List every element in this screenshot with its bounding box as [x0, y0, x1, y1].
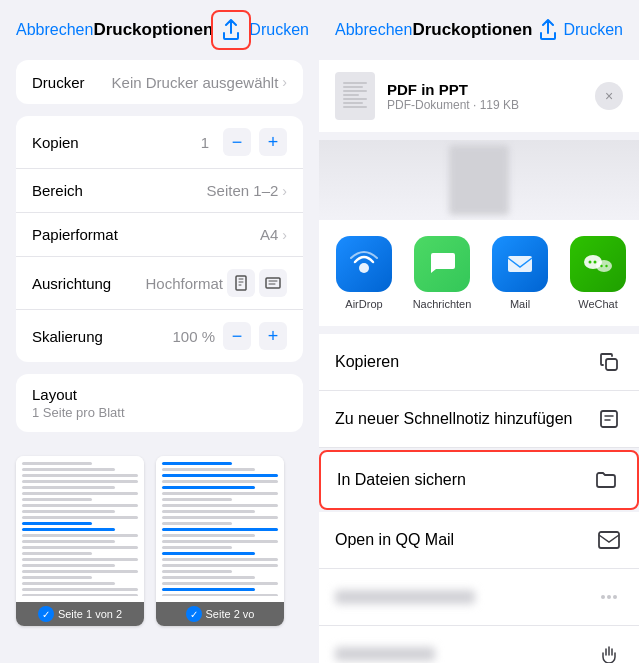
pline: [22, 582, 115, 585]
paper-row[interactable]: Papierformat A4 ›: [16, 213, 303, 257]
portrait-icon[interactable]: [227, 269, 255, 297]
copies-label: Kopien: [32, 134, 79, 151]
copies-decrement[interactable]: −: [223, 128, 251, 156]
pline: [22, 546, 138, 549]
file-info: PDF in PPT PDF-Dokument · 119 KB: [387, 81, 583, 112]
folder-icon: [593, 466, 621, 494]
printer-row[interactable]: Drucker Kein Drucker ausgewählt ›: [16, 60, 303, 104]
svg-rect-12: [599, 532, 619, 548]
pline: [22, 510, 115, 513]
right-cancel-button[interactable]: Abbrechen: [335, 21, 412, 39]
wechat-app-item[interactable]: WeChat: [569, 236, 627, 310]
fline: [343, 94, 359, 96]
pline: [162, 588, 255, 591]
file-name: PDF in PPT: [387, 81, 583, 98]
svg-point-8: [600, 265, 602, 267]
file-preview-area: [319, 140, 639, 220]
airdrop-app-item[interactable]: AirDrop: [335, 236, 393, 310]
left-panel: Abbrechen Druckoptionen Drucken Drucker …: [0, 0, 319, 663]
copies-stepper: 1 − +: [195, 128, 287, 156]
fline: [343, 106, 367, 108]
copies-increment[interactable]: +: [259, 128, 287, 156]
pline: [162, 474, 278, 477]
range-row[interactable]: Bereich Seiten 1–2 ›: [16, 169, 303, 213]
right-panel: Abbrechen Druckoptionen Drucken: [319, 0, 639, 663]
pline: [162, 534, 255, 537]
action-dateien[interactable]: In Dateien sichern: [319, 450, 639, 510]
dots-icon: [595, 583, 623, 611]
pline: [162, 492, 278, 495]
printer-value: Kein Drucker ausgewählt ›: [112, 74, 287, 91]
left-cancel-button[interactable]: Abbrechen: [16, 21, 93, 39]
pline: [22, 564, 115, 567]
scale-value: 100 %: [172, 328, 215, 345]
copies-row: Kopien 1 − +: [16, 116, 303, 169]
fline: [343, 82, 367, 84]
action-schnellnotiz[interactable]: Zu neuer Schnellnotiz hinzufügen: [319, 391, 639, 448]
svg-point-13: [601, 595, 605, 599]
right-print-button[interactable]: Drucken: [563, 21, 623, 39]
action-list: Kopieren Zu neuer Schnellnotiz hinzufüge…: [319, 334, 639, 663]
messages-icon: [414, 236, 470, 292]
left-print-button[interactable]: Drucken: [249, 21, 309, 39]
share-button[interactable]: [213, 12, 249, 48]
scale-label: Skalierung: [32, 328, 103, 345]
pline: [22, 558, 138, 561]
action-kopieren[interactable]: Kopieren: [319, 334, 639, 391]
action-blurred-2: [319, 626, 639, 663]
wechat-label: WeChat: [578, 298, 618, 310]
pline: [162, 582, 278, 585]
pline: [162, 528, 278, 531]
pline: [22, 522, 92, 525]
pline: [162, 522, 232, 525]
app-icons-scroll: AirDrop Nachrichten: [335, 236, 623, 310]
share-close-button[interactable]: ×: [595, 82, 623, 110]
preview-lines-1: [16, 456, 144, 596]
landscape-icon[interactable]: [259, 269, 287, 297]
pline: [162, 516, 278, 519]
scale-increment[interactable]: +: [259, 322, 287, 350]
layout-row[interactable]: Layout 1 Seite pro Blatt: [16, 374, 303, 432]
right-nav-bar: Abbrechen Druckoptionen Drucken: [319, 0, 639, 60]
pline: [162, 504, 278, 507]
pline: [22, 504, 138, 507]
share-sheet: PDF in PPT PDF-Dokument · 119 KB ×: [319, 60, 639, 663]
pline: [162, 552, 255, 555]
mail-app-item[interactable]: Mail: [491, 236, 549, 310]
layout-title: Layout: [32, 386, 287, 403]
pline: [22, 516, 138, 519]
range-label: Bereich: [32, 182, 83, 199]
left-nav-title: Druckoptionen: [93, 20, 213, 40]
preview-page1-label: ✓ Seite 1 von 2: [16, 602, 144, 626]
pline: [22, 486, 115, 489]
svg-rect-0: [236, 276, 246, 290]
check-icon-1: ✓: [38, 606, 54, 622]
action-blurred-1: [319, 569, 639, 626]
preview-page2-label: ✓ Seite 2 vo: [156, 602, 284, 626]
blurred-preview-content: [449, 145, 509, 215]
preview-lines-2: [156, 456, 284, 596]
mail-label: Mail: [510, 298, 530, 310]
right-nav-title: Druckoptionen: [412, 20, 532, 40]
blurred-label-2: [335, 647, 435, 661]
mail-icon: [492, 236, 548, 292]
preview-page1[interactable]: ✓ Seite 1 von 2: [16, 456, 144, 626]
file-meta: PDF-Dokument · 119 KB: [387, 98, 583, 112]
app-share-row: AirDrop Nachrichten: [319, 220, 639, 326]
pline: [22, 480, 138, 483]
fline: [343, 98, 367, 100]
scale-decrement[interactable]: −: [223, 322, 251, 350]
print-options-section: Kopien 1 − + Bereich Seiten 1–2 › Papier…: [16, 116, 303, 362]
svg-rect-1: [266, 278, 280, 288]
pline: [162, 558, 278, 561]
pline: [22, 474, 138, 477]
printer-section: Drucker Kein Drucker ausgewählt ›: [16, 60, 303, 104]
messages-app-item[interactable]: Nachrichten: [413, 236, 471, 310]
copy-svg: [598, 351, 620, 373]
right-share-button[interactable]: [532, 12, 563, 48]
fline: [343, 102, 363, 104]
action-qqmail[interactable]: Open in QQ Mail: [319, 512, 639, 569]
preview-page2[interactable]: ✓ Seite 2 vo: [156, 456, 284, 626]
messages-svg: [426, 248, 458, 280]
copies-value: 1: [195, 134, 215, 151]
